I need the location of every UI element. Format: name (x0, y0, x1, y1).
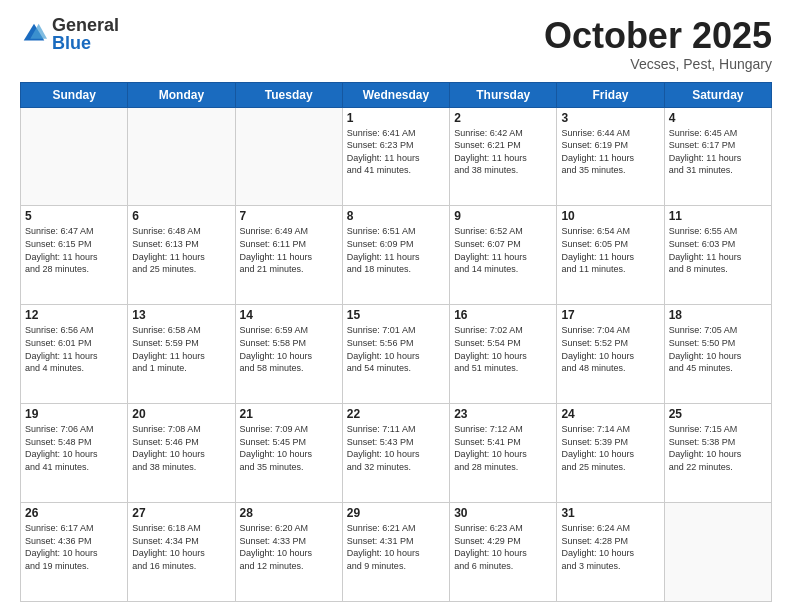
day-info: Sunrise: 7:14 AM Sunset: 5:39 PM Dayligh… (561, 423, 659, 473)
day-number: 25 (669, 407, 767, 421)
header: General Blue October 2025 Vecses, Pest, … (20, 16, 772, 72)
day-number: 22 (347, 407, 445, 421)
day-number: 21 (240, 407, 338, 421)
day-cell: 10Sunrise: 6:54 AM Sunset: 6:05 PM Dayli… (557, 206, 664, 305)
day-cell (21, 107, 128, 206)
day-info: Sunrise: 6:52 AM Sunset: 6:07 PM Dayligh… (454, 225, 552, 275)
day-cell: 1Sunrise: 6:41 AM Sunset: 6:23 PM Daylig… (342, 107, 449, 206)
day-info: Sunrise: 7:02 AM Sunset: 5:54 PM Dayligh… (454, 324, 552, 374)
day-cell: 30Sunrise: 6:23 AM Sunset: 4:29 PM Dayli… (450, 503, 557, 602)
day-info: Sunrise: 6:23 AM Sunset: 4:29 PM Dayligh… (454, 522, 552, 572)
day-number: 12 (25, 308, 123, 322)
day-number: 8 (347, 209, 445, 223)
day-cell: 5Sunrise: 6:47 AM Sunset: 6:15 PM Daylig… (21, 206, 128, 305)
day-cell: 28Sunrise: 6:20 AM Sunset: 4:33 PM Dayli… (235, 503, 342, 602)
day-number: 31 (561, 506, 659, 520)
week-row-3: 19Sunrise: 7:06 AM Sunset: 5:48 PM Dayli… (21, 404, 772, 503)
day-cell: 13Sunrise: 6:58 AM Sunset: 5:59 PM Dayli… (128, 305, 235, 404)
day-info: Sunrise: 6:44 AM Sunset: 6:19 PM Dayligh… (561, 127, 659, 177)
day-cell: 4Sunrise: 6:45 AM Sunset: 6:17 PM Daylig… (664, 107, 771, 206)
day-info: Sunrise: 7:11 AM Sunset: 5:43 PM Dayligh… (347, 423, 445, 473)
day-info: Sunrise: 6:56 AM Sunset: 6:01 PM Dayligh… (25, 324, 123, 374)
day-cell: 3Sunrise: 6:44 AM Sunset: 6:19 PM Daylig… (557, 107, 664, 206)
day-info: Sunrise: 6:49 AM Sunset: 6:11 PM Dayligh… (240, 225, 338, 275)
title-month: October 2025 (544, 16, 772, 56)
col-friday: Friday (557, 82, 664, 107)
day-info: Sunrise: 6:24 AM Sunset: 4:28 PM Dayligh… (561, 522, 659, 572)
day-cell: 2Sunrise: 6:42 AM Sunset: 6:21 PM Daylig… (450, 107, 557, 206)
day-cell: 26Sunrise: 6:17 AM Sunset: 4:36 PM Dayli… (21, 503, 128, 602)
day-info: Sunrise: 6:18 AM Sunset: 4:34 PM Dayligh… (132, 522, 230, 572)
day-number: 23 (454, 407, 552, 421)
day-info: Sunrise: 6:58 AM Sunset: 5:59 PM Dayligh… (132, 324, 230, 374)
day-number: 9 (454, 209, 552, 223)
day-cell: 19Sunrise: 7:06 AM Sunset: 5:48 PM Dayli… (21, 404, 128, 503)
day-cell: 27Sunrise: 6:18 AM Sunset: 4:34 PM Dayli… (128, 503, 235, 602)
week-row-4: 26Sunrise: 6:17 AM Sunset: 4:36 PM Dayli… (21, 503, 772, 602)
week-row-0: 1Sunrise: 6:41 AM Sunset: 6:23 PM Daylig… (21, 107, 772, 206)
day-cell: 31Sunrise: 6:24 AM Sunset: 4:28 PM Dayli… (557, 503, 664, 602)
day-cell: 22Sunrise: 7:11 AM Sunset: 5:43 PM Dayli… (342, 404, 449, 503)
day-number: 6 (132, 209, 230, 223)
day-info: Sunrise: 6:41 AM Sunset: 6:23 PM Dayligh… (347, 127, 445, 177)
day-number: 10 (561, 209, 659, 223)
day-info: Sunrise: 7:15 AM Sunset: 5:38 PM Dayligh… (669, 423, 767, 473)
day-cell: 12Sunrise: 6:56 AM Sunset: 6:01 PM Dayli… (21, 305, 128, 404)
day-cell (664, 503, 771, 602)
day-info: Sunrise: 6:17 AM Sunset: 4:36 PM Dayligh… (25, 522, 123, 572)
day-cell (235, 107, 342, 206)
day-cell: 20Sunrise: 7:08 AM Sunset: 5:46 PM Dayli… (128, 404, 235, 503)
day-number: 17 (561, 308, 659, 322)
col-wednesday: Wednesday (342, 82, 449, 107)
day-cell: 16Sunrise: 7:02 AM Sunset: 5:54 PM Dayli… (450, 305, 557, 404)
logo-text: General Blue (52, 16, 119, 52)
day-cell: 11Sunrise: 6:55 AM Sunset: 6:03 PM Dayli… (664, 206, 771, 305)
day-number: 19 (25, 407, 123, 421)
day-number: 1 (347, 111, 445, 125)
day-cell: 25Sunrise: 7:15 AM Sunset: 5:38 PM Dayli… (664, 404, 771, 503)
day-info: Sunrise: 6:42 AM Sunset: 6:21 PM Dayligh… (454, 127, 552, 177)
day-info: Sunrise: 6:48 AM Sunset: 6:13 PM Dayligh… (132, 225, 230, 275)
day-cell (128, 107, 235, 206)
calendar-body: 1Sunrise: 6:41 AM Sunset: 6:23 PM Daylig… (21, 107, 772, 601)
day-info: Sunrise: 6:20 AM Sunset: 4:33 PM Dayligh… (240, 522, 338, 572)
day-info: Sunrise: 6:45 AM Sunset: 6:17 PM Dayligh… (669, 127, 767, 177)
day-info: Sunrise: 6:55 AM Sunset: 6:03 PM Dayligh… (669, 225, 767, 275)
day-cell: 29Sunrise: 6:21 AM Sunset: 4:31 PM Dayli… (342, 503, 449, 602)
day-number: 26 (25, 506, 123, 520)
day-cell: 18Sunrise: 7:05 AM Sunset: 5:50 PM Dayli… (664, 305, 771, 404)
week-row-1: 5Sunrise: 6:47 AM Sunset: 6:15 PM Daylig… (21, 206, 772, 305)
day-cell: 9Sunrise: 6:52 AM Sunset: 6:07 PM Daylig… (450, 206, 557, 305)
day-info: Sunrise: 6:51 AM Sunset: 6:09 PM Dayligh… (347, 225, 445, 275)
day-number: 2 (454, 111, 552, 125)
day-number: 30 (454, 506, 552, 520)
day-cell: 8Sunrise: 6:51 AM Sunset: 6:09 PM Daylig… (342, 206, 449, 305)
day-number: 16 (454, 308, 552, 322)
day-cell: 7Sunrise: 6:49 AM Sunset: 6:11 PM Daylig… (235, 206, 342, 305)
day-number: 13 (132, 308, 230, 322)
day-cell: 21Sunrise: 7:09 AM Sunset: 5:45 PM Dayli… (235, 404, 342, 503)
day-number: 15 (347, 308, 445, 322)
day-info: Sunrise: 6:59 AM Sunset: 5:58 PM Dayligh… (240, 324, 338, 374)
days-row: Sunday Monday Tuesday Wednesday Thursday… (21, 82, 772, 107)
day-info: Sunrise: 6:47 AM Sunset: 6:15 PM Dayligh… (25, 225, 123, 275)
day-number: 20 (132, 407, 230, 421)
logo: General Blue (20, 16, 119, 52)
calendar-header: Sunday Monday Tuesday Wednesday Thursday… (21, 82, 772, 107)
day-number: 27 (132, 506, 230, 520)
day-number: 7 (240, 209, 338, 223)
day-cell: 14Sunrise: 6:59 AM Sunset: 5:58 PM Dayli… (235, 305, 342, 404)
day-info: Sunrise: 7:04 AM Sunset: 5:52 PM Dayligh… (561, 324, 659, 374)
col-tuesday: Tuesday (235, 82, 342, 107)
day-number: 14 (240, 308, 338, 322)
title-block: October 2025 Vecses, Pest, Hungary (544, 16, 772, 72)
calendar-table: Sunday Monday Tuesday Wednesday Thursday… (20, 82, 772, 602)
logo-general-text: General (52, 16, 119, 34)
day-info: Sunrise: 7:09 AM Sunset: 5:45 PM Dayligh… (240, 423, 338, 473)
col-sunday: Sunday (21, 82, 128, 107)
day-info: Sunrise: 7:08 AM Sunset: 5:46 PM Dayligh… (132, 423, 230, 473)
col-monday: Monday (128, 82, 235, 107)
day-number: 28 (240, 506, 338, 520)
col-thursday: Thursday (450, 82, 557, 107)
week-row-2: 12Sunrise: 6:56 AM Sunset: 6:01 PM Dayli… (21, 305, 772, 404)
